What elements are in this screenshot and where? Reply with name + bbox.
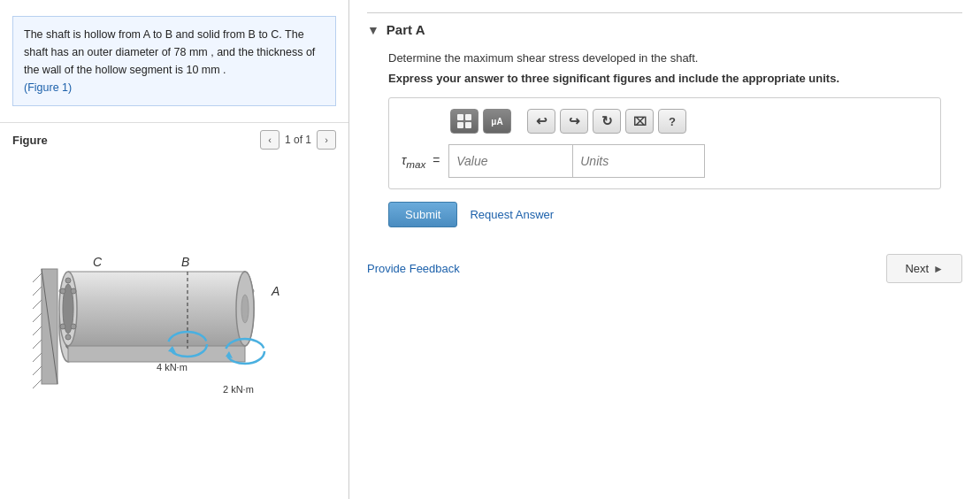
label-c: C [93,255,103,269]
next-arrow-icon: ► [933,263,944,275]
action-row: Submit Request Answer [388,202,962,227]
figure-image-area: C B A 4 kN·m 2 kN·m [0,153,348,499]
svg-point-28 [65,334,71,340]
request-answer-link[interactable]: Request Answer [470,208,554,221]
help-button[interactable]: ? [658,109,686,134]
part-header: ▼ Part A [367,22,962,37]
top-divider [367,12,962,13]
svg-point-27 [65,278,71,283]
keyboard-button[interactable]: ⌧ [625,109,654,134]
svg-rect-39 [465,114,471,120]
matrix-button[interactable] [450,109,479,134]
greek-button[interactable]: μA [483,109,511,134]
question-text-2: Express your answer to three significant… [388,72,962,85]
svg-point-30 [60,324,65,329]
tau-sub: max [406,157,425,169]
undo-button[interactable]: ↩ [527,109,555,134]
force1-label: 4 kN·m [157,362,188,372]
figure-next-button[interactable]: › [317,130,336,150]
figure-prev-button[interactable]: ‹ [260,130,279,150]
part-title: Part A [387,22,425,37]
figure-nav-text: 1 of 1 [285,134,311,146]
svg-rect-40 [457,122,463,128]
figure-label: Figure [12,134,260,147]
part-collapse-arrow[interactable]: ▼ [367,23,379,37]
submit-button[interactable]: Submit [388,202,457,227]
right-panel: ▼ Part A Determine the maximum shear str… [349,0,980,499]
svg-point-26 [241,295,249,323]
svg-rect-20 [68,272,245,346]
provide-feedback-link[interactable]: Provide Feedback [367,262,460,275]
value-input[interactable] [448,144,572,178]
figure-link[interactable]: (Figure 1) [24,81,72,94]
units-input[interactable] [572,144,705,178]
svg-point-29 [60,288,65,294]
toolbar: μA ↩ ↪ ↻ ⌧ ? [402,109,928,134]
svg-point-31 [71,288,76,294]
label-a: A [271,284,279,298]
svg-rect-38 [457,114,463,120]
problem-text: The shaft is hollow from A to B and soli… [24,28,315,76]
next-button[interactable]: Next ► [886,254,962,283]
shaft-illustration: C B A 4 kN·m 2 kN·m [24,220,325,433]
question-text-1: Determine the maximum shear stress devel… [388,51,962,65]
refresh-button[interactable]: ↻ [593,109,621,134]
force2-label: 2 kN·m [223,384,254,395]
input-row: τmax = [402,144,928,178]
problem-text-box: The shaft is hollow from A to B and soli… [12,16,336,106]
redo-button[interactable]: ↪ [560,109,588,134]
figure-nav: ‹ 1 of 1 › [260,130,336,150]
svg-rect-41 [465,122,471,128]
tau-label: τmax = [402,153,440,170]
bottom-row: Provide Feedback Next ► [367,254,962,283]
label-b: B [181,255,189,269]
left-panel: The shaft is hollow from A to B and soli… [0,0,349,499]
figure-section: Figure ‹ 1 of 1 › [0,122,348,153]
answer-box: μA ↩ ↪ ↻ ⌧ ? τmax = [388,97,941,189]
svg-point-32 [71,324,76,329]
